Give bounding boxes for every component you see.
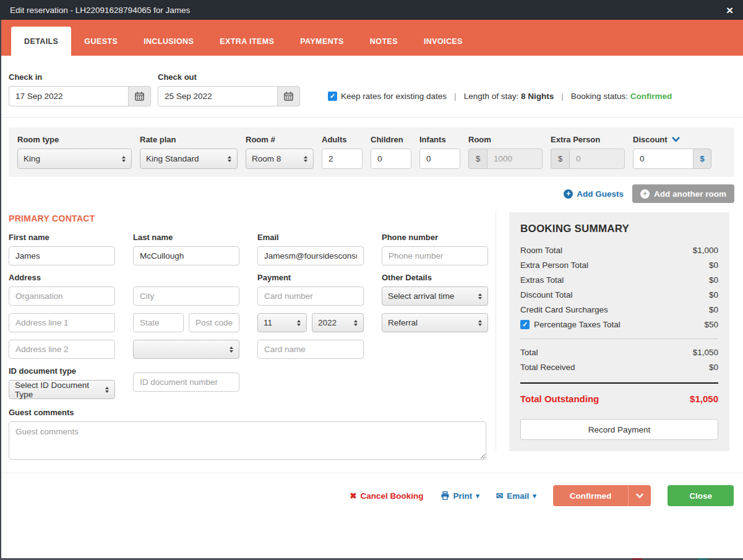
chevron-down-icon <box>636 493 643 499</box>
summary-row: Discount Total $0 <box>520 290 718 299</box>
checkout-label: Check out <box>158 72 300 82</box>
arrival-time-select[interactable]: Select arrival time <box>382 286 488 306</box>
email-input[interactable] <box>257 246 364 265</box>
discount-input[interactable] <box>633 149 693 169</box>
rate-plan-select[interactable]: King Standard <box>140 149 238 169</box>
payment-label: Payment <box>257 273 364 282</box>
modal-titlebar: Edit reservation - LH22091628794065 for … <box>0 0 743 20</box>
extra-person-input <box>569 149 625 169</box>
checkin-input[interactable] <box>9 86 128 106</box>
total-row: Total $1,050 <box>520 348 718 357</box>
chevron-down-icon[interactable] <box>672 137 680 142</box>
booking-summary-section: BOOKING SUMMARY Room Total $1,000 Extra … <box>496 211 743 451</box>
organisation-input[interactable] <box>9 286 115 306</box>
guest-comments-textarea[interactable] <box>9 421 486 460</box>
last-name-input[interactable] <box>133 246 239 265</box>
currency-prefix: $ <box>551 149 569 169</box>
footer-actions: ✖ Cancel Booking Print ▾ ✉ Email ▾ Confi… <box>0 473 743 506</box>
adults-input[interactable] <box>322 149 363 169</box>
discount-unit-button[interactable]: $ <box>693 149 711 169</box>
record-payment-button[interactable]: Record Payment <box>520 419 718 440</box>
total-outstanding-label: Total Outstanding <box>520 394 599 404</box>
postcode-input[interactable] <box>189 313 239 332</box>
select-arrows-icon <box>304 156 307 162</box>
checkin-label: Check in <box>9 72 151 82</box>
id-document-number-input[interactable] <box>133 373 239 392</box>
address-line1-input[interactable] <box>9 313 115 332</box>
state-input[interactable] <box>133 313 184 332</box>
tab-invoices[interactable]: INVOICES <box>411 27 476 56</box>
children-input[interactable] <box>371 149 411 169</box>
city-input[interactable] <box>133 286 239 306</box>
summary-row: Credit Card Surcharges $0 <box>520 305 718 314</box>
id-document-type-select[interactable]: Select ID Document Type <box>9 380 115 399</box>
separator: | <box>561 92 564 101</box>
email-button[interactable]: ✉ Email ▾ <box>496 491 536 501</box>
country-select[interactable] <box>133 340 239 359</box>
tab-bar: DETAILS GUESTS INCLUSIONS EXTRA ITEMS PA… <box>0 20 743 56</box>
print-icon <box>440 491 450 500</box>
booking-summary-title: BOOKING SUMMARY <box>520 223 718 235</box>
add-another-room-button[interactable]: + Add another room <box>632 184 734 203</box>
tab-inclusions[interactable]: INCLUSIONS <box>131 27 207 56</box>
caret-down-icon: ▾ <box>476 492 479 500</box>
select-arrows-icon <box>122 156 126 162</box>
status-caret-button[interactable] <box>629 485 651 506</box>
infants-input[interactable] <box>419 149 460 169</box>
tab-notes[interactable]: NOTES <box>357 27 411 56</box>
extra-person-label: Extra Person <box>551 135 625 144</box>
calendar-icon <box>284 92 293 101</box>
cancel-icon: ✖ <box>350 491 356 501</box>
add-guests-button[interactable]: + Add Guests <box>564 189 624 199</box>
booking-status-label: Booking status: <box>571 92 628 101</box>
children-label: Children <box>371 135 411 144</box>
select-arrows-icon <box>478 293 482 299</box>
room-type-select[interactable]: King <box>17 149 132 169</box>
summary-divider <box>520 338 718 339</box>
status-button-label[interactable]: Confirmed <box>553 485 629 506</box>
dates-section: Check in Check out <box>0 56 743 106</box>
cancel-booking-button[interactable]: ✖ Cancel Booking <box>350 491 423 501</box>
select-arrows-icon <box>297 320 301 326</box>
address-line2-input[interactable] <box>9 340 115 359</box>
other-details-label: Other Details <box>382 273 488 282</box>
checkout-input[interactable] <box>158 86 277 106</box>
first-name-input[interactable] <box>9 246 115 265</box>
calendar-icon <box>135 92 144 101</box>
close-button[interactable]: Close <box>668 485 734 506</box>
tab-extra-items[interactable]: EXTRA ITEMS <box>207 27 287 56</box>
close-icon[interactable]: × <box>726 4 733 16</box>
select-arrows-icon <box>354 320 358 326</box>
first-name-label: First name <box>9 233 115 242</box>
print-button[interactable]: Print ▾ <box>440 491 479 501</box>
select-arrows-icon <box>230 347 233 353</box>
card-name-input[interactable] <box>257 340 364 359</box>
referral-select[interactable]: Referral <box>382 313 488 332</box>
tab-details[interactable]: DETAILS <box>11 27 71 56</box>
keep-rates-checkbox[interactable]: ✓ <box>328 92 337 101</box>
separator: | <box>454 92 457 101</box>
checkin-calendar-button[interactable] <box>128 86 151 106</box>
expiry-year-select[interactable]: 2022 <box>312 313 364 332</box>
status-button: Confirmed <box>553 485 651 506</box>
summary-divider <box>520 382 718 384</box>
address-label: Address <box>9 273 115 282</box>
expiry-month-select[interactable]: 11 <box>257 313 307 332</box>
phone-input[interactable] <box>382 246 488 265</box>
total-received-row: Total Received $0 <box>520 363 718 372</box>
length-of-stay-label: Length of stay: <box>464 92 519 101</box>
room-type-label: Room type <box>17 135 132 144</box>
tab-guests[interactable]: GUESTS <box>71 27 131 56</box>
checkout-calendar-button[interactable] <box>277 86 300 106</box>
tab-payments[interactable]: PAYMENTS <box>287 27 357 56</box>
length-of-stay-value: 8 Nights <box>521 92 554 101</box>
total-outstanding-row: Total Outstanding $1,050 <box>520 394 718 404</box>
room-number-label: Room # <box>246 135 314 144</box>
plus-icon: + <box>564 189 573 199</box>
currency-prefix: $ <box>468 149 487 169</box>
percentage-taxes-checkbox[interactable]: ✓ <box>520 320 530 329</box>
card-number-input[interactable] <box>257 286 364 306</box>
room-price-input <box>487 149 543 169</box>
room-number-select[interactable]: Room 8 <box>246 149 314 169</box>
discount-label: Discount <box>633 135 668 144</box>
